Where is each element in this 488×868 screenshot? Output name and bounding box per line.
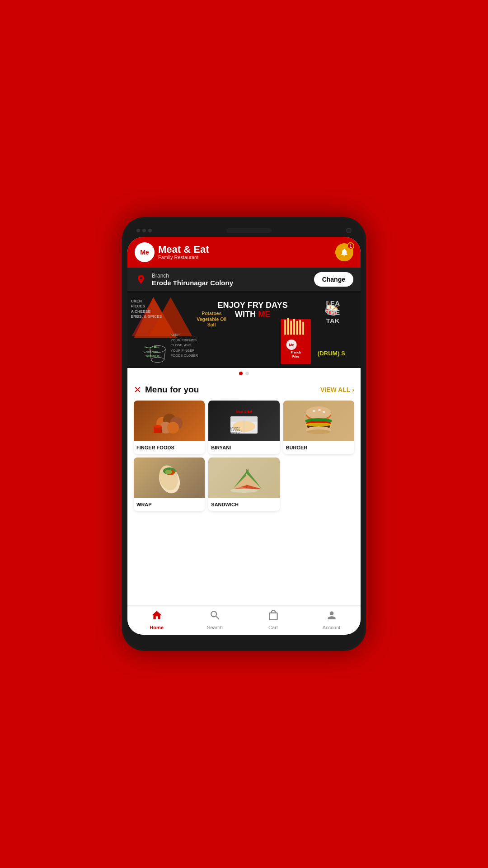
account-icon — [326, 609, 338, 624]
phone-dots — [136, 229, 152, 232]
svg-text:CKEN: CKEN — [131, 299, 142, 303]
banner-svg: Lemon Mint Green Apple Watermelon CKEN P… — [127, 291, 361, 368]
svg-text:ERBS, & SPICES: ERBS, & SPICES — [131, 314, 162, 319]
svg-text:BIRIYANI: BIRIYANI — [230, 432, 239, 434]
change-branch-button[interactable]: Change — [314, 272, 353, 287]
menu-card-biryani[interactable]: Meat & Eat CHUNKY CHICKEN BIRIYANI BIRYA… — [208, 401, 279, 454]
cart-svg-icon — [267, 609, 279, 621]
svg-text:PIECES: PIECES — [131, 304, 145, 308]
svg-text:Potatoes: Potatoes — [202, 311, 222, 316]
logo-text-block: Meat & Eat Family Restaurant — [158, 245, 209, 260]
phone-notch — [127, 226, 361, 237]
menu-card-label-sandwich: SANDWICH — [208, 498, 279, 511]
branch-bar: Branch Erode Thirunagar Colony Change — [127, 268, 361, 291]
phone-speaker — [226, 228, 272, 233]
dot-3 — [148, 229, 152, 232]
menu-card-burger[interactable]: BURGER — [283, 401, 354, 454]
svg-text:LEA: LEA — [326, 299, 340, 307]
nav-item-account[interactable]: Account — [318, 609, 345, 630]
chevron-right-icon: › — [352, 386, 354, 393]
svg-point-47 — [167, 422, 179, 434]
wrap-image — [151, 460, 188, 496]
app-name: Meat & Eat — [158, 245, 209, 255]
svg-text:Lemon Mint: Lemon Mint — [145, 346, 159, 349]
svg-rect-30 — [293, 319, 295, 335]
svg-rect-29 — [290, 321, 292, 335]
svg-rect-31 — [296, 321, 298, 335]
menu-card-finger-foods[interactable]: FINGER FOODS — [134, 401, 205, 454]
branch-info: Branch Erode Thirunagar Colony — [135, 273, 233, 287]
svg-point-81 — [230, 488, 258, 493]
svg-text:Salt: Salt — [207, 322, 216, 327]
branch-name: Erode Thirunagar Colony — [152, 279, 233, 287]
menu-section: ✕ Menu for you VIEW ALL › — [127, 379, 361, 516]
cart-icon — [267, 609, 279, 624]
notification-badge: 1 — [347, 242, 354, 250]
svg-rect-28 — [287, 318, 289, 335]
menu-card-img-wrap — [134, 458, 205, 498]
svg-point-61 — [318, 409, 321, 411]
nav-label-search: Search — [207, 625, 223, 630]
section-header: ✕ Menu for you VIEW ALL › — [134, 384, 354, 395]
section-title-area: ✕ Menu for you — [134, 384, 199, 395]
app-subtitle: Family Restaurant — [158, 255, 209, 260]
svg-text:Me: Me — [289, 343, 294, 347]
view-all-button[interactable]: VIEW ALL › — [320, 386, 354, 393]
app-header: Me Meat & Eat Family Restaurant 1 — [127, 237, 361, 268]
home-icon — [151, 609, 163, 624]
svg-text:Meat & Eat: Meat & Eat — [236, 410, 252, 413]
location-icon — [135, 273, 147, 286]
svg-text:A CHEESE: A CHEESE — [131, 309, 151, 314]
branch-text-block: Branch Erode Thirunagar Colony — [152, 273, 233, 287]
banner-dot-2[interactable] — [245, 372, 249, 375]
biryani-image: Meat & Eat CHUNKY CHICKEN BIRIYANI — [226, 403, 262, 439]
content-area: Lemon Mint Green Apple Watermelon CKEN P… — [127, 291, 361, 605]
menu-card-label-burger: BURGER — [283, 441, 354, 454]
burger-image — [300, 403, 337, 439]
menu-card-wrap[interactable]: WRAP — [134, 458, 205, 511]
menu-grid: FINGER FOODS Meat & Eat — [134, 401, 354, 511]
dot-1 — [136, 229, 140, 232]
svg-rect-27 — [284, 320, 286, 335]
svg-text:KEEP: KEEP — [171, 333, 180, 337]
svg-text:French: French — [291, 351, 301, 354]
search-svg-icon — [209, 609, 221, 621]
svg-point-60 — [313, 410, 315, 412]
svg-text:Fries: Fries — [292, 355, 300, 358]
map-pin-icon — [136, 274, 146, 285]
svg-text:CLOSE, AND: CLOSE, AND — [171, 343, 192, 347]
account-svg-icon — [326, 609, 338, 621]
svg-point-59 — [306, 406, 331, 419]
bottom-nav: Home Search Cart — [127, 605, 361, 635]
svg-text:Vegetable Oil: Vegetable Oil — [197, 316, 226, 322]
svg-text:(DRUM) S: (DRUM) S — [317, 350, 345, 357]
finger-foods-image — [151, 403, 188, 439]
nav-item-home[interactable]: Home — [143, 609, 170, 630]
svg-text:FOODS CLOSER: FOODS CLOSER — [171, 354, 198, 358]
nav-item-cart[interactable]: Cart — [260, 609, 287, 630]
menu-card-img-sandwich — [208, 458, 279, 498]
menu-card-img-burger — [283, 401, 354, 441]
svg-text:WITH ME: WITH ME — [235, 310, 271, 319]
menu-card-label-finger-foods: FINGER FOODS — [134, 441, 205, 454]
menu-card-label-wrap: WRAP — [134, 498, 205, 511]
phone-screen: Me Meat & Eat Family Restaurant 1 — [127, 237, 361, 635]
banner-dot-1[interactable] — [239, 372, 243, 375]
svg-rect-33 — [302, 322, 304, 335]
menu-card-sandwich[interactable]: SANDWICH — [208, 458, 279, 511]
svg-point-66 — [305, 423, 332, 426]
fork-knife-icon: ✕ — [134, 384, 141, 395]
svg-text:Watermelon: Watermelon — [145, 354, 160, 357]
banner-dots — [127, 368, 361, 379]
bell-icon — [340, 248, 349, 257]
logo-initials: Me — [140, 249, 149, 256]
svg-text:Green Apple: Green Apple — [144, 350, 158, 353]
menu-card-img-biryani: Meat & Eat CHUNKY CHICKEN BIRIYANI — [208, 401, 279, 441]
banner-section: Lemon Mint Green Apple Watermelon CKEN P… — [127, 291, 361, 379]
svg-text:THE: THE — [326, 308, 340, 316]
phone-device: Me Meat & Eat Family Restaurant 1 — [122, 217, 366, 651]
svg-point-62 — [323, 411, 325, 413]
menu-section-title: Menu for you — [145, 385, 199, 395]
notification-button[interactable]: 1 — [335, 243, 353, 261]
nav-item-search[interactable]: Search — [202, 609, 229, 630]
